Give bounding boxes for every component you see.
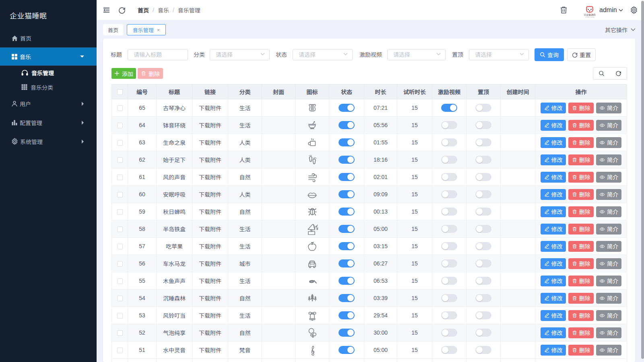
svg-text:企业猫源码: 企业猫源码 [584,14,596,16]
svg-text:QIYEMAOYUANMA: QIYEMAOYUANMA [585,16,594,18]
